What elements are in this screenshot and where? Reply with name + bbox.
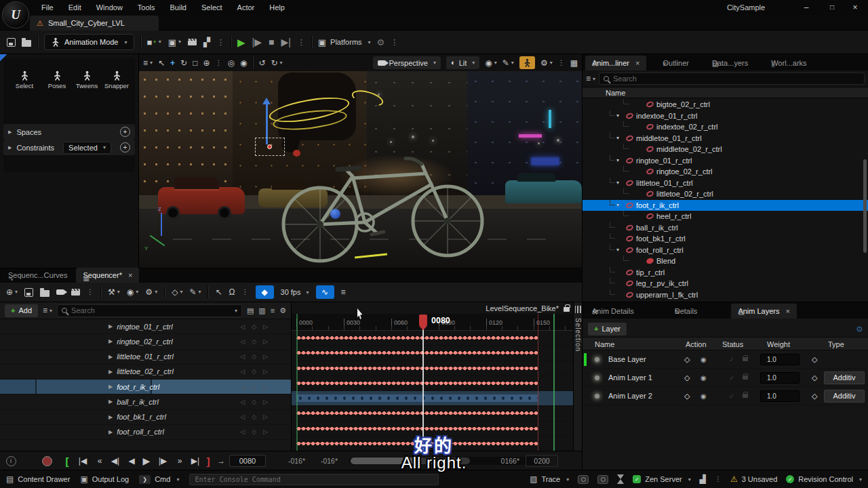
browse-icon[interactable] (22, 40, 31, 47)
keyframe-strip[interactable] (296, 349, 538, 357)
move-tool-icon[interactable]: + (170, 59, 175, 67)
weight-key-icon[interactable]: ◇ (812, 369, 817, 387)
sequencer-track[interactable]: ▶ foot_r_ik_ctrl ◁◇▷ (0, 380, 291, 394)
anim-layer-row[interactable]: Anim Layer 1 ◇ ◉ ✓ 1.0 ◇ Additiv (583, 369, 868, 387)
keyframe-strip[interactable] (296, 425, 538, 432)
add-key-icon[interactable]: ◇ (252, 368, 256, 375)
cmd-dropdown[interactable]: ❯Cmd▾ (139, 475, 179, 484)
snap-overflow-icon[interactable]: ⋮ (215, 60, 222, 66)
snapshot-folder-icon[interactable] (597, 475, 608, 484)
viewport-layout-icon[interactable]: ▦ (570, 59, 578, 67)
layer-weight-field[interactable]: 1.0 (760, 390, 800, 402)
perspective-dropdown[interactable]: Perspective▾ (373, 56, 441, 69)
tree-item[interactable]: ▾ upperarm_l_fk_ctrl (583, 289, 868, 301)
track-expander-icon[interactable]: ▶ (108, 399, 113, 405)
rotation-step-icon[interactable]: ↻▾ (271, 59, 283, 67)
column-header[interactable]: Name (595, 338, 614, 351)
control-sphere[interactable] (330, 209, 340, 219)
modes-icon[interactable]: ▞ (203, 38, 210, 47)
tree-item[interactable]: ▾ littletoe_01_r_ctrl (583, 178, 868, 189)
advance-button[interactable]: ▶| (281, 37, 290, 47)
track-expander-icon[interactable]: ▶ (108, 369, 113, 375)
tree-item[interactable]: ▾ leg_r_pv_ik_ctrl (583, 278, 868, 289)
panel-tab[interactable]: ▤ Anim Layers × (731, 304, 797, 319)
layer-key-icon[interactable]: ◇ (684, 369, 690, 387)
keyframe-lane[interactable] (292, 346, 573, 361)
create-camera-icon[interactable] (56, 289, 64, 295)
revision-control-dropdown[interactable]: ✓Revision Control▾ (786, 475, 862, 483)
layer-weight-field[interactable]: 1.0 (760, 372, 800, 384)
prev-key-icon[interactable]: ◁ (240, 338, 245, 345)
track-expander-icon[interactable]: ▶ (108, 414, 113, 420)
layer-select-icon[interactable]: ◉ (701, 387, 707, 405)
restore-button[interactable]: □ (822, 0, 842, 15)
platforms-button[interactable]: ▣ Platforms ▾ (318, 38, 371, 47)
fps-dropdown[interactable]: 30 fps▾ (281, 288, 309, 296)
settings-icon[interactable]: ⚙ (377, 38, 385, 47)
prev-key-icon[interactable]: ◁ (240, 368, 245, 375)
layer-weight-field[interactable]: 1.0 (760, 354, 800, 365)
playhead-marker[interactable] (419, 314, 427, 326)
lock-icon[interactable] (564, 307, 570, 312)
keyframe-lane[interactable] (292, 361, 573, 376)
menu-item[interactable]: Select (194, 0, 230, 15)
track-list-icon[interactable]: ≡ (271, 307, 275, 314)
track-filter-icon[interactable]: ≡▾ (43, 306, 52, 315)
menu-item[interactable]: Window (89, 0, 130, 15)
keyframe-strip[interactable] (296, 380, 538, 387)
viewport-scene[interactable]: Z Y (139, 54, 582, 268)
weight-key-icon[interactable]: ◇ (812, 350, 817, 369)
zen-server-dropdown[interactable]: ✓Zen Server▾ (633, 475, 690, 483)
expander-icon[interactable]: ▾ (616, 135, 623, 141)
tree-item[interactable]: ▾ foot_bk1_r_ctrl (583, 233, 868, 245)
sequencer-track[interactable]: ▶ foot_bk1_r_ctrl ◁◇▷ (0, 410, 291, 425)
next-key-icon[interactable]: ▷ (263, 368, 268, 375)
track-settings-icon[interactable]: ⚙ (279, 307, 286, 314)
snapshot-icon[interactable] (578, 475, 589, 484)
cinematics-icon[interactable] (188, 39, 197, 45)
name-column-header[interactable]: Name (583, 87, 868, 98)
sequencer-track[interactable]: ▶ littletoe_02_r_ctrl ◁◇▷ (0, 365, 291, 380)
trace-dropdown[interactable]: ▧Trace▾ (530, 475, 569, 483)
next-key-icon[interactable]: ▷ (263, 399, 268, 405)
stats-overflow-icon[interactable]: ⋮ (715, 476, 722, 483)
panel-tab[interactable]: ▤ Data...yers × (705, 56, 755, 70)
pivot-point[interactable] (267, 144, 272, 149)
blueprints-icon[interactable]: ▣▾ (168, 38, 181, 47)
auto-key-options-icon[interactable]: ✎▾ (189, 288, 201, 296)
layer-select-icon[interactable]: ◉ (701, 369, 707, 387)
next-key-icon[interactable]: ▷ (263, 413, 268, 420)
render-movie-icon[interactable] (71, 289, 80, 296)
auto-key-button[interactable]: ◆ (256, 285, 274, 299)
column-header[interactable]: Weight (767, 338, 790, 351)
panel-tab[interactable]: ∿ Sequenc...Curves × (1, 268, 74, 283)
stats-icon[interactable]: ▟ (700, 475, 706, 483)
column-header[interactable]: Status (722, 338, 743, 351)
rotate-tool-icon[interactable]: ↻ (180, 59, 187, 67)
playback-range-start[interactable] (296, 314, 298, 451)
minimize-button[interactable]: – (796, 0, 816, 15)
track-expander-icon[interactable]: ▶ (108, 338, 113, 344)
level-tab[interactable]: ⚠ Small_City_Cyber_LVL (30, 16, 159, 30)
console-command-input[interactable]: Enter Console Command (189, 474, 439, 485)
keyframe-lane[interactable] (292, 331, 573, 346)
panel-tab[interactable]: ≡ Outliner × (656, 56, 696, 70)
add-space-icon[interactable]: + (120, 127, 130, 137)
anim-layer-row[interactable]: Base Layer ◇ ◉ ✓ 1.0 ◇ (583, 350, 868, 369)
expander-icon[interactable]: ▾ (616, 202, 623, 208)
menu-item[interactable]: Actor (230, 0, 262, 15)
layer-options-icon[interactable]: ⊙ (856, 325, 863, 333)
spaces-section[interactable]: ▶ Spaces + (3, 124, 135, 140)
tree-item[interactable]: ▾ ringtoe_01_r_ctrl (583, 155, 868, 167)
add-key-icon[interactable]: ◇ (252, 338, 256, 345)
expand-icon[interactable]: ▶ (8, 129, 12, 135)
content-drawer-button[interactable]: ▤Content Drawer (6, 475, 70, 483)
prev-key-icon[interactable]: ◁ (240, 384, 245, 390)
settings-overflow-icon[interactable]: ⋮ (391, 39, 398, 46)
add-actor-icon[interactable]: ■+▾ (147, 38, 161, 47)
sequencer-track[interactable]: ▶ ball_r_ik_ctrl ◁◇▷ (0, 394, 291, 409)
show-flags-icon[interactable]: ◉▾ (485, 59, 497, 67)
sequencer-track[interactable]: ▶ littletoe_01_r_ctrl ◁◇▷ (0, 350, 291, 365)
anim-layer-row[interactable]: Anim Layer 2 ◇ ◉ ✓ 1.0 ◇ Additiv (583, 387, 868, 405)
layer-type-button[interactable]: Additiv (824, 371, 865, 384)
